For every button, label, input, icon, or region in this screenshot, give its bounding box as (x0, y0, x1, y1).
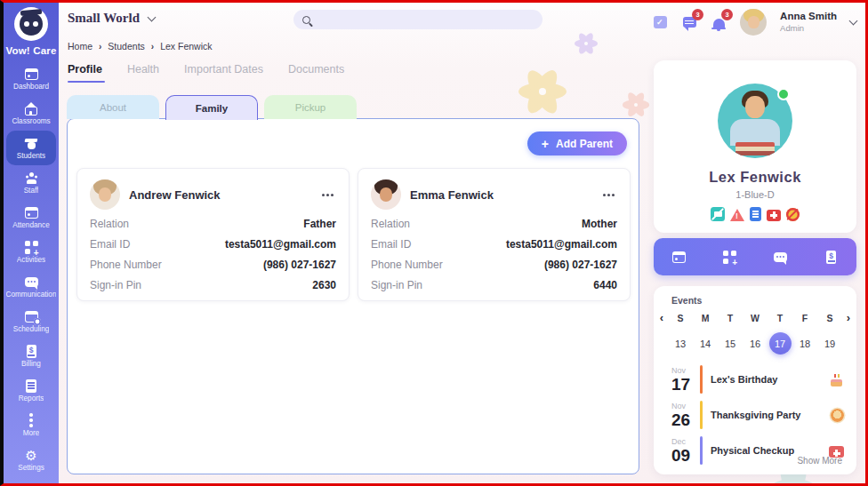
breadcrumb-students[interactable]: Students (108, 41, 144, 52)
events-title: Events (671, 295, 856, 306)
phone-value: (986) 027-1627 (263, 259, 336, 271)
tab-important-dates[interactable]: Important Dates (184, 63, 263, 83)
app-logo[interactable] (14, 7, 48, 41)
date-cell-selected[interactable]: 17 (768, 332, 792, 355)
date-row: 13 14 15 16 17 18 19 (654, 332, 856, 355)
sidebar-item-staff[interactable]: Staff (6, 165, 56, 200)
activities-quick-button[interactable] (715, 242, 745, 272)
org-switcher[interactable]: Small World (68, 11, 155, 26)
sidebar-item-reports[interactable]: Reports (6, 373, 56, 408)
sidebar-item-students[interactable]: Students (6, 131, 56, 165)
breadcrumb-home[interactable]: Home (68, 41, 92, 52)
tab-documents[interactable]: Documents (288, 63, 344, 83)
subtab-family[interactable]: Family (165, 95, 258, 120)
search-icon (302, 16, 310, 24)
date-cell[interactable]: 15 (718, 339, 743, 349)
week-day: F (792, 313, 817, 323)
graduate-icon (23, 136, 39, 150)
chevron-right-icon: › (99, 42, 101, 52)
subtab-pickup[interactable]: Pickup (264, 95, 357, 119)
calendar-clock-icon (23, 309, 39, 323)
sidebar-item-label: Reports (19, 394, 44, 402)
no-photo-icon[interactable] (711, 207, 725, 221)
chat-bubble-icon (774, 252, 787, 262)
communication-quick-button[interactable] (766, 242, 796, 272)
profile-subtabs: About Family Pickup (67, 95, 357, 120)
flower-decoration-pink (623, 92, 649, 118)
sidebar-item-label: More (23, 429, 40, 437)
sidebar-item-label: Dashboard (13, 83, 49, 91)
search-input[interactable] (317, 14, 534, 25)
user-avatar[interactable] (740, 9, 767, 36)
attendance-quick-button[interactable] (664, 242, 695, 272)
sidebar: Vow! Care Dashboard Classrooms Students … (4, 3, 59, 483)
sidebar-item-label: Activities (17, 256, 45, 264)
search-bar[interactable] (293, 10, 542, 29)
messages-badge: 3 (692, 9, 703, 20)
parent-name: Andrew Fenwick (129, 188, 311, 202)
field-label: Email ID (90, 238, 130, 251)
sidebar-item-label: Communication (6, 291, 57, 299)
sidebar-item-attendance[interactable]: Attendance (6, 200, 56, 235)
messages-button[interactable]: 3 (681, 14, 697, 30)
org-name: Small World (68, 11, 140, 26)
user-role: Admin (780, 24, 837, 34)
breadcrumb-current: Lex Fenwick (160, 41, 212, 52)
sidebar-item-billing[interactable]: Billing (6, 339, 56, 373)
date-cell[interactable]: 19 (817, 339, 842, 349)
allergy-alert-icon[interactable] (730, 209, 744, 221)
pin-value: 6440 (593, 279, 617, 291)
dashboard-icon (23, 67, 39, 81)
sidebar-item-settings[interactable]: ⚙ Settings (6, 442, 56, 477)
quick-action-bar (654, 238, 856, 275)
tab-profile[interactable]: Profile (68, 63, 102, 83)
field-label: Email ID (371, 238, 411, 251)
sidebar-item-dashboard[interactable]: Dashboard (6, 61, 56, 96)
next-week-button[interactable]: › (842, 312, 855, 324)
tab-health[interactable]: Health (127, 63, 159, 83)
parent-avatar (90, 179, 120, 210)
week-day: S (817, 313, 842, 323)
user-menu[interactable]: Anna Smith Admin (780, 11, 837, 34)
sidebar-item-label: Students (17, 152, 45, 160)
sidebar-item-scheduling[interactable]: Scheduling (6, 304, 56, 339)
week-day: M (693, 313, 718, 323)
date-cell[interactable]: 16 (743, 339, 768, 349)
sidebar-item-classrooms[interactable]: Classrooms (6, 96, 56, 131)
chevron-down-icon[interactable] (849, 17, 858, 26)
relation-value: Father (303, 218, 336, 230)
calendar-check-icon (23, 205, 39, 219)
people-icon (23, 171, 39, 185)
parent-card: Emma Fenwick RelationMother Email IDtest… (358, 168, 631, 301)
no-food-icon[interactable] (786, 208, 800, 221)
event-row[interactable]: Nov 17 Lex's Birthday (654, 362, 856, 397)
header-actions: 3 3 Anna Smith Admin (652, 8, 856, 36)
date-cell[interactable]: 14 (693, 339, 718, 349)
week-day-row: ‹ S M T W T F S › (654, 312, 856, 324)
show-more-link[interactable]: Show More (797, 456, 842, 466)
event-accent-bar (700, 365, 703, 394)
date-cell[interactable]: 18 (792, 339, 817, 349)
event-month: Dec (671, 438, 698, 446)
document-icon[interactable] (750, 207, 761, 221)
add-parent-button[interactable]: Add Parent (527, 131, 627, 155)
card-menu-button[interactable] (320, 188, 336, 201)
event-month: Nov (671, 402, 698, 410)
billing-quick-button[interactable] (816, 242, 847, 272)
date-cell[interactable]: 13 (668, 339, 693, 349)
notifications-button[interactable]: 3 (711, 14, 727, 30)
sidebar-item-activities[interactable]: Activities (6, 235, 56, 269)
prev-week-button[interactable]: ‹ (655, 312, 668, 324)
sidebar-item-communication[interactable]: Communication (6, 269, 56, 304)
subtab-about[interactable]: About (67, 95, 159, 119)
tasks-button[interactable] (652, 14, 668, 30)
event-day: 09 (671, 447, 698, 464)
relation-value: Mother (582, 218, 617, 230)
document-icon (23, 378, 39, 393)
sidebar-item-more[interactable]: More (6, 408, 56, 442)
event-row[interactable]: Nov 26 Thanksgiving Party (654, 397, 856, 433)
birthday-cake-icon (829, 372, 844, 387)
first-aid-icon[interactable] (767, 210, 781, 221)
card-menu-button[interactable] (601, 188, 617, 201)
event-accent-bar (700, 401, 703, 429)
